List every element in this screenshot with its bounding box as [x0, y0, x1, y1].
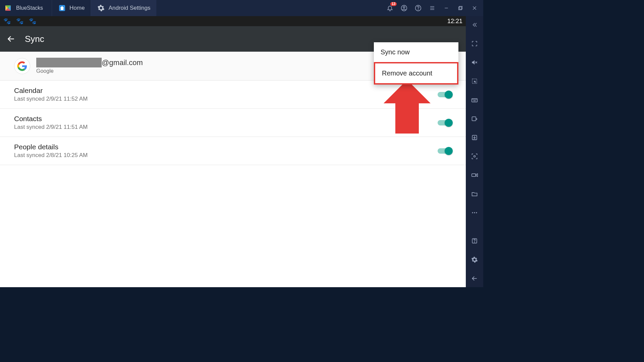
maximize-icon[interactable]: [456, 3, 465, 13]
overflow-menu: Sync now Remove account: [374, 42, 458, 85]
help-icon[interactable]: [413, 3, 423, 13]
page-title: Sync: [25, 34, 44, 44]
macro-play-icon[interactable]: [470, 114, 479, 123]
svg-marker-14: [472, 60, 475, 64]
google-logo-icon: [14, 58, 30, 74]
svg-marker-25: [476, 118, 478, 120]
svg-rect-9: [459, 6, 462, 9]
collapse-sidebar-icon[interactable]: [470, 20, 479, 30]
svg-point-29: [474, 156, 476, 157]
app-window: BlueStacks Home Android Settings 13: [0, 0, 483, 272]
guide-icon[interactable]: [470, 236, 479, 246]
sync-toggle-contacts[interactable]: [438, 120, 452, 125]
folder-icon[interactable]: [470, 189, 479, 199]
svg-point-34: [476, 212, 477, 213]
sync-subtitle: Last synced 2/8/21 10:25 AM: [14, 152, 88, 159]
svg-point-21: [475, 100, 475, 100]
svg-point-33: [474, 212, 475, 213]
screenshot-icon[interactable]: [470, 152, 479, 161]
content-area: 🐾 🐾 🐾 12:21 Sync: [0, 16, 466, 287]
close-icon[interactable]: [470, 3, 479, 13]
svg-point-4: [418, 9, 418, 10]
record-icon[interactable]: [470, 170, 479, 180]
notifications-icon[interactable]: 13: [385, 3, 395, 13]
gear-icon: [97, 4, 105, 12]
tab-android-settings[interactable]: Android Settings: [91, 0, 156, 16]
svg-rect-10: [459, 7, 462, 10]
right-sidebar: APK: [466, 16, 483, 287]
account-provider: Google: [36, 68, 143, 74]
svg-point-20: [474, 100, 474, 100]
sync-title: Calendar: [14, 87, 88, 95]
fullscreen-icon[interactable]: [470, 39, 479, 48]
titlebar-right: 13: [385, 3, 483, 13]
more-icon[interactable]: [470, 208, 479, 217]
body-row: 🐾 🐾 🐾 12:21 Sync: [0, 16, 483, 287]
sync-item-people-details[interactable]: People details Last synced 2/8/21 10:25 …: [0, 137, 466, 165]
sync-subtitle: Last synced 2/9/21 11:51 AM: [14, 124, 88, 131]
titlebar: BlueStacks Home Android Settings 13: [0, 0, 483, 16]
minimize-icon[interactable]: [442, 3, 451, 13]
status-icons: 🐾 🐾 🐾: [3, 17, 36, 25]
tab-home[interactable]: Home: [52, 0, 91, 16]
sync-title: Contacts: [14, 115, 88, 123]
paw-icon: 🐾: [16, 17, 23, 25]
svg-marker-31: [476, 174, 478, 176]
android-status-bar: 🐾 🐾 🐾 12:21: [0, 16, 466, 26]
redacted-username: [36, 58, 102, 67]
svg-point-2: [403, 6, 405, 8]
titlebar-left: BlueStacks Home Android Settings: [0, 0, 156, 16]
svg-rect-30: [472, 174, 476, 176]
notification-badge: 13: [390, 2, 397, 6]
settings-icon[interactable]: [470, 255, 479, 264]
paw-icon: 🐾: [29, 17, 36, 25]
tab-settings-label: Android Settings: [108, 5, 150, 11]
sync-toggle-calendar[interactable]: [438, 92, 452, 97]
home-icon: [58, 4, 66, 12]
account-icon[interactable]: [399, 3, 409, 13]
tab-home-label: Home: [69, 5, 85, 11]
svg-point-22: [476, 100, 477, 100]
email-domain: @gmail.com: [102, 58, 143, 67]
account-email: @gmail.com: [36, 58, 143, 67]
svg-rect-24: [472, 117, 476, 121]
back-icon[interactable]: [470, 274, 479, 283]
paw-icon: 🐾: [3, 17, 11, 25]
svg-point-19: [473, 100, 473, 100]
menu-icon[interactable]: [428, 3, 437, 13]
menu-sync-now[interactable]: Sync now: [374, 42, 458, 62]
volume-mute-icon[interactable]: [470, 58, 479, 67]
install-apk-icon[interactable]: APK: [470, 133, 479, 142]
svg-point-36: [474, 242, 475, 242]
sync-subtitle: Last synced 2/9/21 11:52 AM: [14, 96, 88, 102]
sync-item-contacts[interactable]: Contacts Last synced 2/9/21 11:51 AM: [0, 109, 466, 137]
keyboard-icon[interactable]: [470, 95, 479, 105]
svg-rect-18: [472, 99, 478, 102]
status-time: 12:21: [447, 18, 462, 25]
sync-title: People details: [14, 143, 88, 151]
menu-remove-account[interactable]: Remove account: [374, 62, 458, 85]
cursor-capture-icon[interactable]: [470, 76, 479, 86]
svg-text:APK: APK: [473, 139, 476, 140]
svg-point-32: [472, 212, 473, 213]
sync-toggle-people[interactable]: [438, 148, 452, 154]
bluestacks-logo-icon: [0, 0, 16, 16]
sync-item-calendar[interactable]: Calendar Last synced 2/9/21 11:52 AM: [0, 81, 466, 109]
brand-label: BlueStacks: [16, 5, 52, 11]
back-button[interactable]: [7, 35, 15, 43]
